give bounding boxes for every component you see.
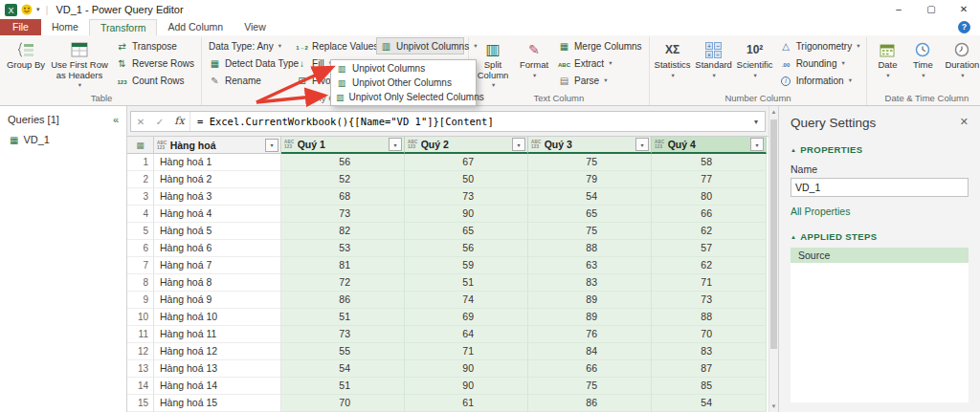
table-cell[interactable]: 86 — [281, 292, 405, 309]
table-cell[interactable]: 59 — [405, 257, 528, 274]
table-cell[interactable]: Hàng hoá 9 — [154, 292, 281, 309]
query-item-vd1[interactable]: ▦ VD_1 — [0, 131, 126, 148]
replace-values-button[interactable]: 1→2 Replace Values ▾ — [293, 37, 373, 54]
table-cell[interactable]: 73 — [281, 326, 405, 343]
table-cell[interactable]: 81 — [281, 257, 405, 274]
check-icon[interactable]: ✓ — [150, 117, 169, 127]
row-number[interactable]: 3 — [127, 188, 154, 206]
table-cell[interactable]: 55 — [281, 343, 405, 360]
reverse-rows-button[interactable]: ⇅ Reverse Rows — [113, 54, 197, 72]
all-properties-link[interactable]: All Properties — [791, 206, 969, 217]
date-button[interactable]: Date ▾ — [871, 37, 903, 91]
properties-section-header[interactable]: ▲ PROPERTIES — [791, 144, 969, 155]
table-cell[interactable]: Hàng hoá 5 — [154, 223, 281, 240]
rounding-button[interactable]: .00 Rounding ▾ — [777, 54, 863, 72]
table-cell[interactable]: 61 — [405, 395, 528, 412]
scroll-down-icon[interactable]: ▼ — [769, 401, 778, 412]
filter-dropdown-icon[interactable]: ▾ — [389, 138, 402, 151]
table-cell[interactable]: 66 — [652, 206, 767, 223]
applied-step-source[interactable]: Source — [791, 248, 969, 263]
table-cell[interactable]: 68 — [281, 188, 405, 206]
collapse-pane-icon[interactable]: « — [113, 114, 119, 125]
table-cell[interactable]: 50 — [405, 171, 528, 188]
table-cell[interactable]: 89 — [528, 292, 652, 309]
row-number[interactable]: 4 — [127, 206, 154, 223]
table-cell[interactable]: 90 — [405, 360, 528, 378]
trigonometry-button[interactable]: △ Trigonometry ▾ — [777, 37, 863, 54]
table-cell[interactable]: 86 — [528, 395, 652, 412]
table-cell[interactable]: Hàng hoá 10 — [154, 309, 281, 326]
table-cell[interactable]: 62 — [652, 257, 767, 274]
scientific-button[interactable]: 10² Scientific ▾ — [736, 37, 774, 91]
duration-button[interactable]: Duration ▾ — [942, 37, 980, 91]
table-cell[interactable]: 75 — [528, 154, 652, 171]
data-type-button[interactable]: Data Type: Any ▾ — [206, 37, 290, 54]
table-cell[interactable]: 53 — [281, 240, 405, 257]
table-cell[interactable]: Hàng hoá 15 — [154, 395, 281, 412]
table-cell[interactable]: 57 — [652, 240, 767, 257]
applied-steps-section-header[interactable]: ▲ APPLIED STEPS — [791, 231, 969, 242]
table-cell[interactable]: 71 — [652, 274, 767, 292]
maximize-button[interactable]: ▢ — [915, 0, 947, 19]
time-button[interactable]: Time ▾ — [906, 37, 939, 91]
table-cell[interactable]: 66 — [528, 360, 652, 378]
table-cell[interactable]: Hàng hoá 14 — [154, 378, 281, 395]
use-first-row-as-headers-button[interactable]: Use First Row as Headers ▾ — [49, 37, 110, 91]
table-cell[interactable]: 62 — [652, 223, 767, 240]
table-cell[interactable]: 69 — [405, 309, 528, 326]
table-cell[interactable]: 51 — [281, 309, 405, 326]
table-cell[interactable]: 73 — [405, 188, 528, 206]
table-cell[interactable]: 54 — [281, 360, 405, 378]
table-cell[interactable]: Hàng hoá 12 — [154, 343, 281, 360]
extract-button[interactable]: ABC Extract ▾ — [555, 54, 645, 72]
filter-dropdown-icon[interactable]: ▾ — [635, 138, 649, 151]
table-cell[interactable]: 65 — [405, 223, 528, 240]
table-cell[interactable]: Hàng hoá 13 — [154, 360, 281, 378]
table-cell[interactable]: 74 — [405, 292, 528, 309]
table-cell[interactable]: 76 — [528, 326, 652, 343]
table-cell[interactable]: 83 — [528, 274, 652, 292]
row-number[interactable]: 6 — [127, 240, 154, 257]
unpivot-columns-button[interactable]: ▥ Unpivot Columns ▾ — [376, 37, 464, 54]
help-icon[interactable]: ? — [958, 21, 970, 33]
vertical-scrollbar[interactable]: ▲ ▼ — [768, 106, 778, 412]
row-number[interactable]: 15 — [127, 395, 154, 412]
formula-input[interactable]: = Excel.CurrentWorkbook(){[Name="VD_1"]}… — [190, 116, 747, 127]
count-rows-button[interactable]: 123 Count Rows — [113, 72, 197, 89]
filter-dropdown-icon[interactable]: ▾ — [265, 139, 278, 152]
menu-item-unpivot-columns[interactable]: ▥ Unpivot Columns — [331, 61, 476, 76]
table-cell[interactable]: 54 — [652, 395, 767, 412]
column-header-3[interactable]: ABC123Quý 2▾ — [405, 137, 528, 154]
transpose-button[interactable]: ⇄ Transpose — [113, 37, 197, 54]
table-cell[interactable]: Hàng hoá 8 — [154, 274, 281, 292]
statistics-button[interactable]: ΧΣ Statistics ▾ — [654, 37, 692, 91]
table-cell[interactable]: 65 — [528, 206, 652, 223]
rename-button[interactable]: ✎ Rename — [206, 72, 290, 89]
tab-add-column[interactable]: Add Column — [157, 19, 234, 35]
table-cell[interactable]: 75 — [528, 378, 652, 395]
cancel-icon[interactable]: ✕ — [131, 117, 150, 127]
menu-item-unpivot-other-columns[interactable]: ▥ Unpivot Other Columns — [331, 76, 476, 90]
table-cell[interactable]: 73 — [281, 206, 405, 223]
close-panel-icon[interactable]: ✕ — [960, 116, 969, 128]
query-name-input[interactable] — [791, 178, 969, 197]
column-header-1[interactable]: ABC123Hàng hoá▾ — [154, 137, 281, 154]
table-cell[interactable]: 67 — [405, 154, 528, 171]
table-cell[interactable]: 63 — [528, 257, 652, 274]
table-cell[interactable]: 84 — [528, 343, 652, 360]
row-number[interactable]: 14 — [127, 378, 154, 395]
formula-expand-chevron-icon[interactable]: ▾ — [747, 118, 765, 126]
table-cell[interactable]: Hàng hoá 6 — [154, 240, 281, 257]
table-cell[interactable]: 51 — [281, 378, 405, 395]
select-all-corner[interactable]: ▦ — [127, 137, 154, 154]
table-cell[interactable]: Hàng hoá 1 — [154, 154, 281, 171]
tab-file[interactable]: File — [0, 19, 41, 35]
table-cell[interactable]: 85 — [652, 378, 767, 395]
row-number[interactable]: 12 — [127, 343, 154, 360]
table-cell[interactable]: 56 — [405, 240, 528, 257]
row-number[interactable]: 8 — [127, 274, 154, 292]
table-cell[interactable]: 54 — [528, 188, 652, 206]
table-cell[interactable]: Hàng hoá 7 — [154, 257, 281, 274]
table-cell[interactable]: 75 — [528, 223, 652, 240]
table-cell[interactable]: 72 — [281, 274, 405, 292]
